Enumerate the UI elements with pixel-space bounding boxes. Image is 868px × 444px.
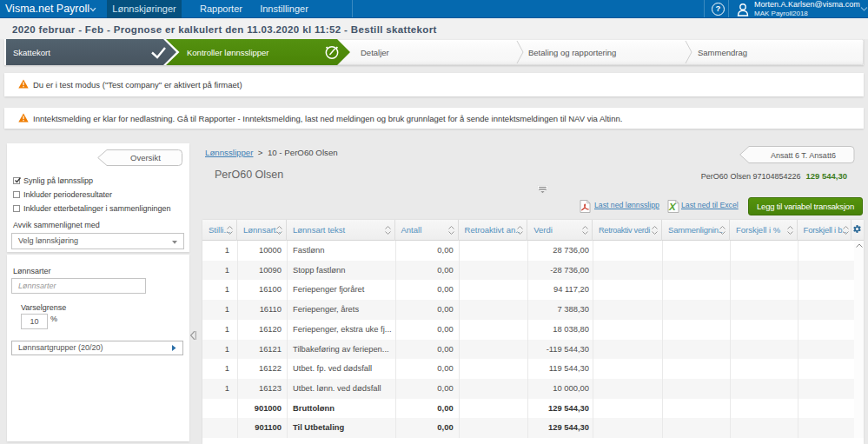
svg-text:Kontroller lønnsslipper: Kontroller lønnsslipper	[187, 48, 269, 57]
svg-text:Sammendrag: Sammendrag	[698, 48, 747, 57]
svg-text:Detaljer: Detaljer	[361, 48, 389, 57]
svg-text:X: X	[668, 202, 677, 212]
svg-text:Ansatt 6 T. Ansatt6: Ansatt 6 T. Ansatt6	[771, 151, 836, 160]
svg-text:Skattekort: Skattekort	[13, 48, 50, 57]
svg-text:Oversikt: Oversikt	[130, 153, 161, 162]
svg-text:Betaling og rapportering: Betaling og rapportering	[528, 48, 616, 57]
